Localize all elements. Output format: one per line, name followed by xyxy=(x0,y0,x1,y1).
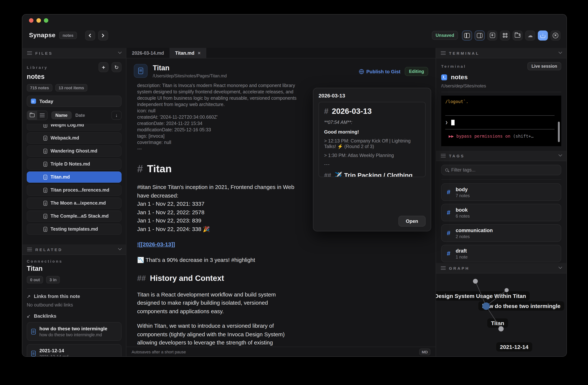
chevron-down-icon[interactable] xyxy=(558,153,562,157)
publish-to-gist-button[interactable]: Publish to Gist xyxy=(359,69,400,74)
graph-node-label-titan[interactable]: Titan xyxy=(487,318,508,328)
tag-name: book xyxy=(456,207,470,213)
add-note-button[interactable]: + xyxy=(99,62,108,72)
backlink-item[interactable]: 2021-12-14 2021-12-14.md xyxy=(27,344,122,356)
library-label: Library xyxy=(27,65,48,69)
tag-item-body[interactable]: # body7 notes xyxy=(441,183,561,201)
sort-direction-button[interactable]: ↓ xyxy=(111,111,122,120)
folder-view-button[interactable] xyxy=(27,111,37,120)
file-item-label: Webpack.md xyxy=(51,136,79,141)
preview-h2: ##✈️ Trip Packing / Clothing Research xyxy=(324,172,420,177)
hash-icon: # xyxy=(446,250,451,257)
sort-by-name-button[interactable]: Name xyxy=(51,111,72,119)
note-icon-box xyxy=(134,64,147,78)
close-window-button[interactable] xyxy=(29,18,33,23)
terminal-output[interactable]: /logout`. ❯ ▶▶ bypass permissions on (sh… xyxy=(441,96,561,146)
backlink-title: how do these two intermingle xyxy=(39,326,107,331)
new-note-button[interactable] xyxy=(487,30,497,40)
file-item[interactable]: Triple D Notes.md xyxy=(27,159,122,170)
toggle-right-panel-button[interactable] xyxy=(475,30,485,40)
h2-hash: ## xyxy=(137,274,146,282)
arrow-down-icon: ↓ xyxy=(115,113,118,118)
graph-node-label-design-system[interactable]: Design System Usage Within Titan xyxy=(436,291,530,301)
new-folder-button[interactable] xyxy=(513,30,523,40)
file-item[interactable]: Webpack.md xyxy=(27,133,122,144)
terminal-session-name: notes xyxy=(451,74,468,81)
file-item-label: Weight Log.md xyxy=(51,124,84,128)
chevron-left-icon xyxy=(89,33,92,37)
preview-h1: #2026-03-13 xyxy=(324,107,420,116)
file-item-label: Triple D Notes.md xyxy=(51,161,90,167)
file-item[interactable]: Weight Log.md xyxy=(27,124,122,131)
file-item[interactable]: Titan proces...ferences.md xyxy=(27,184,122,196)
links-from-label: Links from this note xyxy=(34,294,80,299)
today-label: Today xyxy=(39,98,53,104)
tag-count: 1 note xyxy=(456,255,468,259)
highlight-line: 📉 That's a 90% decrease in 3 years! #hig… xyxy=(137,256,300,264)
backlink-title: 2021-12-14 xyxy=(39,348,68,353)
preview-quote-2: > 1:30 PM: Atlas Weekly Planning xyxy=(324,153,420,158)
tag-item-communication[interactable]: # communication2 notes xyxy=(441,224,561,242)
cloud-sync-button[interactable]: ☁ xyxy=(525,30,535,40)
file-item[interactable]: The Comple...aS Stack.md xyxy=(27,210,122,222)
tab-2026-03-14[interactable]: 2026-03-14.md xyxy=(126,48,169,58)
dismiss-button[interactable] xyxy=(550,30,561,40)
h1-text: Titan xyxy=(147,163,172,175)
history-paragraph-2: Within Titan, we want to introduce a ver… xyxy=(137,322,300,347)
chevron-down-icon[interactable] xyxy=(118,247,122,250)
filter-tags-field[interactable] xyxy=(441,165,561,175)
tag-item-draft[interactable]: # draft1 note xyxy=(441,245,561,262)
open-note-button[interactable]: Open xyxy=(399,216,426,226)
editor-status-bar: Autosaves after a short pause MD xyxy=(126,347,436,356)
apps-button[interactable] xyxy=(500,30,510,40)
graph-node-label-intermingle[interactable]: how do these two intermingle xyxy=(478,301,564,311)
zoom-window-button[interactable] xyxy=(44,18,48,23)
chevron-down-icon[interactable] xyxy=(558,50,562,54)
hamburger-icon xyxy=(441,266,446,270)
chevron-down-icon[interactable] xyxy=(558,265,562,269)
filter-tags-input[interactable] xyxy=(451,167,557,173)
list-view-button[interactable] xyxy=(37,111,47,120)
today-button[interactable]: Today xyxy=(27,96,122,107)
tab-titan-active[interactable]: Titan.md × xyxy=(169,48,206,58)
back-button[interactable] xyxy=(85,30,95,40)
frontmatter-block: description: Titan is Invoca's modern Re… xyxy=(137,83,302,152)
graph-node[interactable] xyxy=(473,279,478,284)
file-item[interactable]: Wandering Ghost.md xyxy=(27,145,122,157)
terminal-divider xyxy=(445,115,555,116)
related-section-header[interactable]: RELATED xyxy=(22,244,126,255)
file-item[interactable]: Testing templates.md xyxy=(27,224,122,235)
terminal-section-header[interactable]: TERMINAL xyxy=(436,48,567,58)
refresh-button[interactable]: ↻ xyxy=(111,62,122,72)
list-icon xyxy=(40,113,45,117)
import-button[interactable] xyxy=(538,30,548,40)
backlink-item[interactable]: how do these two intermingle how do thes… xyxy=(27,322,122,341)
right-panel: TERMINAL Terminal Live session notes /Us… xyxy=(436,48,567,356)
chevron-down-icon[interactable] xyxy=(118,50,122,54)
scrollbar-thumb[interactable] xyxy=(558,122,560,142)
folder-plus-icon xyxy=(515,33,520,37)
note-title: Titan xyxy=(153,64,227,72)
sort-by-date-button[interactable]: Date xyxy=(75,113,85,118)
tags-section-header[interactable]: TAGS xyxy=(436,151,567,161)
minimize-window-button[interactable] xyxy=(36,18,41,23)
graph-section-header[interactable]: GRAPH xyxy=(436,263,567,273)
calendar-icon xyxy=(31,99,36,104)
forward-button[interactable] xyxy=(98,30,108,40)
grid-circles-icon xyxy=(502,33,507,38)
toggle-left-panel-button[interactable] xyxy=(462,30,472,40)
graph-node-label-2021-12-14[interactable]: 2021-12-14 xyxy=(496,342,532,352)
tag-count: 7 notes xyxy=(456,193,470,198)
file-item-selected[interactable]: Titan.md xyxy=(27,172,122,183)
graph-canvas[interactable]: Design System Usage Within Titan how do … xyxy=(436,273,567,356)
document-icon xyxy=(43,201,47,205)
tab-close-icon[interactable]: × xyxy=(198,50,201,56)
circle-x-icon xyxy=(553,33,558,38)
publish-to-gist-label: Publish to Gist xyxy=(366,69,400,74)
terminal-scrollbar[interactable] xyxy=(558,98,560,144)
files-section-header[interactable]: FILES xyxy=(22,48,126,58)
file-item[interactable]: The Moon a...ixpence.md xyxy=(27,198,122,209)
embed-wikilink[interactable]: ![[2026-03-13]] xyxy=(137,240,175,249)
terminal-section-title: TERMINAL xyxy=(449,51,480,55)
tag-item-book[interactable]: # book6 notes xyxy=(441,204,561,221)
